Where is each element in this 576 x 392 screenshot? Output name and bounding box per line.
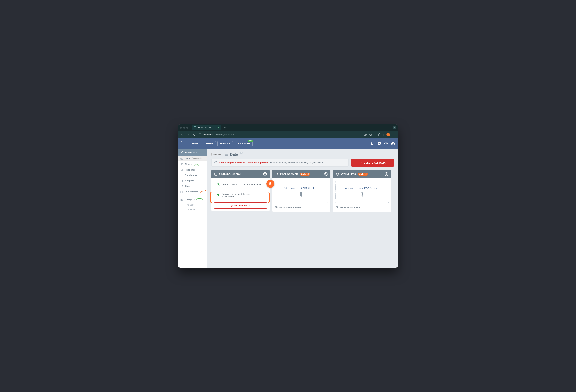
zoom-dot[interactable] bbox=[186, 127, 188, 129]
app-logo-icon[interactable] bbox=[181, 141, 186, 146]
filter-icon bbox=[180, 163, 183, 166]
minimize-dot[interactable] bbox=[183, 127, 185, 129]
page-badge: Improved bbox=[211, 153, 223, 156]
check-circle-icon bbox=[217, 183, 219, 186]
delete-all-button[interactable]: DELETE ALL DATA bbox=[351, 159, 394, 167]
back-icon[interactable] bbox=[180, 133, 184, 137]
sidebar-item-filters[interactable]: Filters New bbox=[178, 162, 207, 167]
step-badge: 5 bbox=[266, 180, 274, 188]
alert-row: i Only Google Chrome or Firefox are supp… bbox=[211, 159, 394, 167]
sidebar-item-label: Compare bbox=[185, 198, 195, 201]
browser-tab[interactable]: Exam Display × bbox=[192, 125, 221, 130]
help-icon[interactable]: ? bbox=[384, 142, 388, 145]
card-title: Past Session bbox=[280, 172, 298, 176]
world-dropzone[interactable]: Add one relevant PDF file here. bbox=[336, 181, 389, 203]
info-icon: i bbox=[214, 161, 217, 164]
close-dot[interactable] bbox=[180, 127, 182, 129]
feedback-icon[interactable] bbox=[377, 142, 381, 145]
kebab-menu-icon[interactable]: ⋮ bbox=[393, 133, 396, 136]
new-tab-button[interactable]: + bbox=[223, 126, 227, 129]
sidebar-list: Data Improved Filters New Headlines Cand… bbox=[178, 156, 207, 211]
svg-rect-20 bbox=[181, 191, 181, 192]
nav-home[interactable]: HOME bbox=[189, 141, 201, 146]
paperclip-icon bbox=[299, 192, 303, 197]
reload-icon[interactable] bbox=[193, 133, 196, 137]
compare-icon bbox=[180, 198, 183, 201]
install-icon[interactable] bbox=[364, 133, 367, 136]
sidebar: IB Results Data Improved Filters New Hea… bbox=[178, 149, 207, 268]
list-icon bbox=[336, 206, 338, 209]
past-dropzone[interactable]: Add two relevant PDF files here. bbox=[275, 181, 328, 203]
card-world-data: World Data Optional ? Add one relevant P… bbox=[333, 170, 391, 212]
compare-sub-label: vs. World bbox=[187, 208, 196, 210]
svg-rect-14 bbox=[182, 180, 183, 182]
checkbox[interactable] bbox=[183, 204, 185, 206]
new-badge: New bbox=[248, 140, 254, 142]
profile-avatar[interactable]: F bbox=[386, 133, 390, 137]
sidebar-item-components[interactable]: Components Beta bbox=[178, 189, 207, 195]
browser-window: Exam Display × + i localhost:3003/analys… bbox=[178, 124, 398, 268]
checkbox[interactable] bbox=[183, 208, 185, 210]
url-field[interactable]: i localhost:3003/analyser/ib/data bbox=[199, 133, 361, 136]
compare-vs-past[interactable]: vs. past bbox=[178, 203, 207, 207]
card-help-icon[interactable]: ? bbox=[324, 172, 328, 176]
window-controls[interactable] bbox=[180, 127, 188, 129]
share-icon bbox=[181, 151, 183, 154]
history-icon bbox=[275, 172, 278, 176]
browser-urlbar: i localhost:3003/analyser/ib/data | | F … bbox=[178, 131, 398, 139]
sidebar-item-headlines[interactable]: Headlines bbox=[178, 167, 207, 173]
card-help-icon[interactable]: ? bbox=[263, 172, 267, 176]
delete-data-button[interactable]: DELETE DATA bbox=[214, 202, 267, 209]
svg-rect-25 bbox=[182, 199, 183, 201]
alert-warning: Only Google Chrome or Firefox are suppor… bbox=[219, 162, 269, 164]
trash-icon bbox=[359, 162, 362, 164]
sidebar-item-label: Components bbox=[185, 191, 198, 193]
url-host: localhost bbox=[203, 133, 212, 136]
svg-rect-23 bbox=[182, 192, 183, 193]
compare-vs-world[interactable]: vs. World bbox=[178, 207, 207, 211]
delete-all-label: DELETE ALL DATA bbox=[364, 162, 386, 164]
nav-display[interactable]: DISPLAY bbox=[217, 141, 233, 146]
sidebar-item-label: Candidates bbox=[185, 174, 197, 177]
delete-data-label: DELETE DATA bbox=[234, 204, 250, 207]
main-content: Improved Data ? i Only Google Chrome or … bbox=[207, 149, 398, 268]
sidebar-item-candidates[interactable]: Candidates bbox=[178, 173, 207, 178]
nav-timer[interactable]: TIMER bbox=[203, 141, 216, 146]
close-icon[interactable]: × bbox=[217, 126, 219, 129]
card-title: World Data bbox=[341, 172, 356, 176]
svg-point-8 bbox=[182, 153, 183, 153]
sidebar-item-core[interactable]: Core bbox=[178, 183, 207, 189]
tab-dropdown-icon[interactable] bbox=[393, 126, 396, 129]
theme-toggle-icon[interactable] bbox=[371, 142, 374, 145]
show-sample-files-button[interactable]: SHOW SAMPLE FILES bbox=[272, 205, 330, 212]
people-icon bbox=[180, 174, 183, 177]
help-tooltip-icon[interactable]: ? bbox=[240, 152, 243, 154]
alert-rest: The data is analysed and stored solely o… bbox=[269, 162, 324, 164]
browser-actions: | | F ⋮ bbox=[364, 133, 396, 137]
sidebar-item-label: Data bbox=[185, 157, 190, 160]
svg-rect-21 bbox=[182, 191, 183, 192]
card-header: World Data Optional ? bbox=[333, 170, 391, 178]
status-text: Current session data loaded: May 2024 bbox=[222, 183, 261, 186]
sidebar-item-data[interactable]: Data Improved bbox=[178, 156, 207, 162]
extensions-icon[interactable] bbox=[378, 133, 381, 136]
site-info-icon[interactable]: i bbox=[199, 133, 202, 136]
svg-point-11 bbox=[182, 175, 182, 175]
check-circle-icon bbox=[217, 194, 219, 197]
sidebar-item-subjects[interactable]: Subjects bbox=[178, 178, 207, 183]
svg-rect-1 bbox=[378, 142, 381, 144]
globe-icon bbox=[336, 172, 339, 176]
forward-icon[interactable] bbox=[186, 133, 190, 137]
sidebar-item-compare[interactable]: Compare New bbox=[178, 197, 207, 203]
sidebar-header: IB Results bbox=[178, 149, 207, 156]
account-icon[interactable] bbox=[391, 142, 395, 146]
show-sample-file-button[interactable]: SHOW SAMPLE FILE bbox=[333, 205, 391, 212]
bookmark-star-icon[interactable] bbox=[369, 133, 372, 136]
nav-analyser[interactable]: ANALYSER New bbox=[234, 141, 253, 146]
bookmark-icon bbox=[180, 169, 183, 171]
grid-icon bbox=[180, 191, 183, 193]
status-bold: May 2024 bbox=[251, 183, 261, 186]
sidebar-item-label: Subjects bbox=[185, 179, 194, 182]
svg-text:?: ? bbox=[385, 142, 387, 145]
card-help-icon[interactable]: ? bbox=[385, 172, 388, 176]
